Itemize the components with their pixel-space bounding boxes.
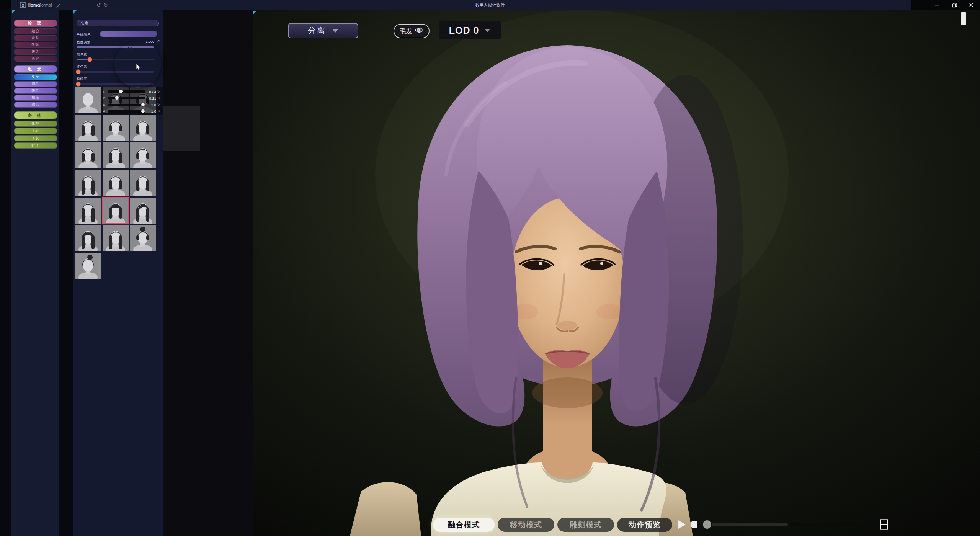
slider-handle[interactable] <box>76 82 80 86</box>
minimize-button[interactable] <box>933 2 940 8</box>
hair-panel-title[interactable]: 头发 <box>77 20 159 26</box>
hue-reset-icon[interactable]: ↺ <box>157 39 160 43</box>
base-color-swatch[interactable] <box>100 31 157 37</box>
reset-icon[interactable]: ↻ <box>157 90 161 93</box>
hairstyle-thumbnail-center-part[interactable] <box>103 225 129 251</box>
sidebar-item-shoes[interactable]: 鞋子 <box>14 143 57 148</box>
undo-icon[interactable]: ↺ <box>96 2 102 8</box>
slider-label-roughness: 粗糙度 <box>77 77 87 82</box>
sidebar-item-eyeball[interactable]: 眼球 <box>14 42 57 47</box>
sidebar-item-fuse[interactable]: 融合 <box>14 29 57 34</box>
hairstyle-thumbnail-bob[interactable] <box>75 115 101 141</box>
sidebar-item-beard[interactable]: 胡须 <box>14 95 57 100</box>
rgba-slider-B[interactable] <box>108 104 145 106</box>
timeline-track[interactable] <box>712 523 877 526</box>
mode-button-4[interactable]: 动作预览 <box>617 518 672 532</box>
rgba-value: 1.0 <box>147 109 156 113</box>
app-title: 数字人设计软件 <box>440 0 540 10</box>
slider-handle[interactable] <box>76 70 80 74</box>
mode-button-1[interactable]: 融合模式 <box>433 518 495 532</box>
rgba-handle[interactable] <box>119 90 122 93</box>
sidebar-item-shape[interactable]: 体型 <box>14 121 57 126</box>
rgba-slider-R[interactable] <box>108 90 145 93</box>
home-icon[interactable] <box>20 2 26 10</box>
hairstyle-thumbnail-long-side[interactable] <box>130 198 156 224</box>
chevron-down-icon <box>484 29 490 32</box>
hairstyle-thumbnail-bob[interactable] <box>130 170 156 196</box>
timeline-handle[interactable] <box>703 520 711 529</box>
hairstyle-thumbnail-bob[interactable] <box>103 142 129 168</box>
rgba-handle[interactable] <box>141 103 145 106</box>
rgba-slider-G[interactable] <box>108 97 145 99</box>
sidebar-item-bottom[interactable]: 下衣 <box>14 136 57 141</box>
stop-button[interactable] <box>691 521 697 528</box>
hairstyle-thumbnail-short[interactable] <box>130 142 156 168</box>
sidebar-item-makeup[interactable]: 妆容 <box>14 56 57 61</box>
rgba-value: 0.21 <box>147 96 156 100</box>
close-button[interactable] <box>968 2 975 8</box>
hairstyle-thumbnail-short[interactable] <box>103 115 129 141</box>
slider-label-redness: 红色素 <box>77 64 87 69</box>
reset-icon[interactable]: ↻ <box>157 103 161 106</box>
separate-dropdown[interactable]: 分离 <box>288 23 358 38</box>
rgba-handle[interactable] <box>115 96 119 100</box>
color-wheel-marker[interactable] <box>127 47 132 51</box>
title-bar-left-edge <box>0 0 11 10</box>
sidebar-item-eyebrow[interactable]: 眉毛 <box>14 82 57 87</box>
redo-icon[interactable]: ↻ <box>103 2 109 8</box>
base-color-label: 基础颜色 <box>77 32 90 37</box>
rgba-row-R: R0.34↻ <box>103 89 161 94</box>
sidebar-group-header-body[interactable]: 身 体 <box>14 112 57 119</box>
hair-visibility-toggle[interactable]: 毛发 <box>394 24 430 38</box>
lod-dropdown[interactable]: LOD 0 <box>439 21 501 39</box>
empty-panel-remnant <box>163 106 200 151</box>
slider-handle[interactable] <box>88 57 92 62</box>
hairstyle-thumbnail-medium[interactable] <box>75 142 101 168</box>
hairstyle-thumbnail-long[interactable] <box>75 170 101 196</box>
sidebar-item-skin[interactable]: 皮肤 <box>14 36 57 41</box>
mode-button-2[interactable]: 移动模式 <box>498 518 554 532</box>
viewport-corner-marker-icon <box>253 11 257 14</box>
rgba-adjust-panel: R0.34↻G0.21↻B1.0↻A1.0↻ <box>101 87 163 115</box>
hairstyle-thumbnail-mannequin[interactable] <box>75 87 101 113</box>
sidebar-item-eyelash[interactable]: 睫毛 <box>14 88 57 93</box>
settings-corner-marker-icon <box>73 10 77 14</box>
eye-icon <box>415 27 424 35</box>
sidebar-item-hair[interactable]: 头发 <box>14 75 57 80</box>
hairstyle-thumbnail-long[interactable] <box>75 198 101 224</box>
hairstyle-grid <box>75 87 156 279</box>
rgba-row-A: A1.0↻ <box>103 109 161 114</box>
reset-icon[interactable]: ↻ <box>157 109 161 113</box>
edit-pen-icon[interactable] <box>55 2 61 8</box>
sidebar-group-header-face[interactable]: 脸 部 <box>14 20 57 26</box>
sidebar-group-header-hair[interactable]: 毛 发 <box>14 66 57 72</box>
viewport-3d[interactable] <box>253 10 980 536</box>
restore-button[interactable] <box>951 2 958 8</box>
rgba-label: G <box>103 96 106 100</box>
reset-icon[interactable]: ↻ <box>157 96 161 100</box>
chevron-down-icon <box>332 29 338 33</box>
mode-button-3[interactable]: 雕刻模式 <box>557 518 614 532</box>
sidebar-corner-marker-icon <box>12 10 15 14</box>
play-button[interactable] <box>678 520 686 529</box>
sidebar-item-top[interactable]: 上衣 <box>14 128 57 134</box>
rgba-label: R <box>103 90 106 93</box>
film-strip-icon[interactable] <box>879 519 889 531</box>
slider-label-melanin: 黑色素 <box>77 52 87 57</box>
scrollbar-artifact <box>961 12 966 25</box>
hairstyle-thumbnail-medium[interactable] <box>130 115 156 141</box>
hairstyle-thumbnail-bangs-long[interactable] <box>75 225 101 251</box>
rgba-slider-A[interactable] <box>108 110 145 113</box>
rgba-handle[interactable] <box>141 109 145 113</box>
color-wheel[interactable] <box>114 41 161 88</box>
hairstyle-thumbnail-top-bun[interactable] <box>130 225 156 251</box>
breadcrumb-mode[interactable]: Normal <box>38 0 52 10</box>
rgba-label: B <box>103 103 106 106</box>
app-window: { "window": { "title": "数字人设计软件", "bread… <box>0 0 980 536</box>
hairstyle-thumbnail-bob-bangs[interactable] <box>103 198 129 224</box>
sidebar-item-fuzz[interactable]: 绒毛 <box>14 102 57 107</box>
hairstyle-thumbnail-medium[interactable] <box>103 170 129 196</box>
lod-label: LOD 0 <box>449 25 479 36</box>
sidebar-item-teeth[interactable]: 牙齿 <box>14 49 57 54</box>
hairstyle-thumbnail-updo[interactable] <box>75 253 101 279</box>
